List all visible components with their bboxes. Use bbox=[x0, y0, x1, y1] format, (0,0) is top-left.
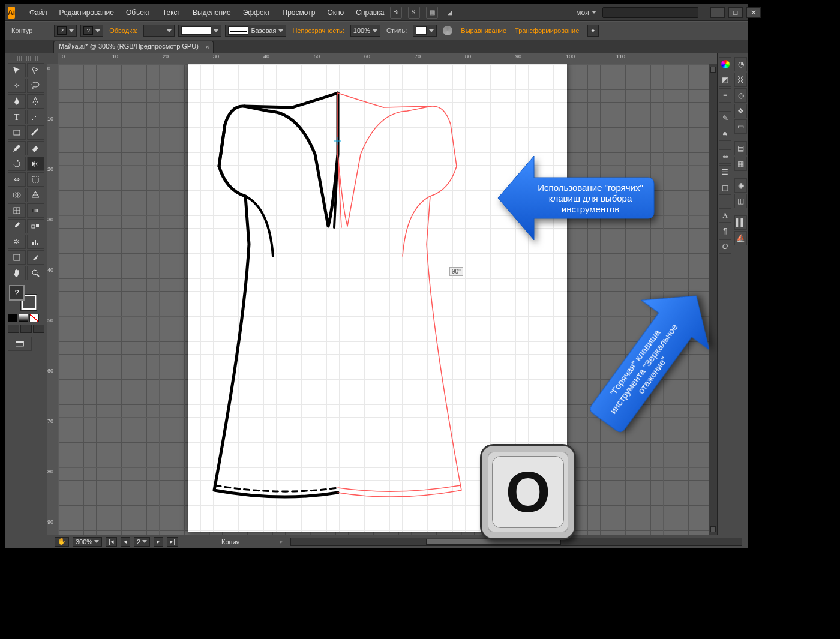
line-tool[interactable] bbox=[27, 110, 45, 124]
isolate-button[interactable]: ✦ bbox=[587, 25, 599, 37]
artboard-tool[interactable] bbox=[8, 250, 26, 265]
scrollbar-arrow-up[interactable] bbox=[710, 67, 716, 73]
screen-mode-button[interactable] bbox=[8, 337, 32, 351]
stroke-dropdown[interactable]: ? bbox=[80, 25, 103, 37]
stock-icon[interactable]: St bbox=[408, 7, 420, 19]
toolbox-grip[interactable] bbox=[14, 56, 38, 61]
pencil-tool[interactable] bbox=[8, 141, 26, 155]
close-tab-icon[interactable]: × bbox=[205, 43, 209, 50]
panel-navigator-icon[interactable]: ⛵ bbox=[734, 231, 747, 245]
rotate-tool[interactable] bbox=[8, 157, 26, 171]
bridge-icon[interactable]: Br bbox=[390, 7, 402, 19]
lasso-tool[interactable] bbox=[27, 79, 45, 93]
menu-select[interactable]: Выделение bbox=[187, 8, 237, 17]
panel-stroke-icon[interactable]: ≡ bbox=[719, 88, 731, 103]
panel-paragraph-icon[interactable]: ¶ bbox=[719, 224, 731, 238]
blend-tool[interactable] bbox=[27, 219, 45, 233]
canvas[interactable]: 90° bbox=[58, 64, 717, 535]
perspective-grid-tool[interactable] bbox=[27, 188, 45, 202]
align-link[interactable]: Выравнивание bbox=[458, 27, 509, 34]
mesh-tool[interactable] bbox=[8, 203, 26, 218]
color-mode-none[interactable] bbox=[29, 314, 39, 322]
artboard-number[interactable]: 2 bbox=[134, 537, 150, 547]
artboard-prev[interactable]: ◂ bbox=[121, 537, 130, 547]
ruler-horizontal[interactable]: 0 10 20 30 40 50 60 70 80 90 100 110 bbox=[58, 53, 717, 64]
panel-appearance-icon[interactable]: ◉ bbox=[734, 178, 747, 193]
panel-graphicstyles-icon[interactable]: ◫ bbox=[734, 194, 747, 208]
close-button[interactable]: ✕ bbox=[746, 7, 761, 18]
color-mode-solid[interactable] bbox=[8, 314, 17, 322]
hand-tool[interactable] bbox=[8, 266, 26, 280]
panel-layers-icon[interactable]: ❖ bbox=[734, 104, 747, 118]
panel-brushes-icon[interactable]: ✎ bbox=[719, 111, 731, 125]
menu-view[interactable]: Просмотр bbox=[277, 8, 322, 17]
arrange-icon[interactable]: ▦ bbox=[426, 7, 438, 19]
curvature-tool[interactable] bbox=[27, 94, 45, 109]
artboard-last[interactable]: ▸| bbox=[167, 537, 178, 547]
transform-link[interactable]: Трансформирование bbox=[512, 27, 581, 34]
width-tool[interactable]: ⇔ bbox=[8, 172, 26, 187]
paintbrush-tool[interactable] bbox=[27, 125, 45, 140]
panel-color-icon[interactable] bbox=[719, 57, 731, 71]
artboard-first[interactable]: |◂ bbox=[106, 537, 117, 547]
brush-dropdown[interactable]: Базовая bbox=[225, 25, 286, 37]
scrollbar-arrow-down[interactable] bbox=[710, 526, 716, 532]
varwidth-dropdown[interactable] bbox=[178, 25, 221, 37]
slice-tool[interactable] bbox=[27, 250, 45, 265]
direct-selection-tool[interactable] bbox=[27, 63, 45, 77]
fill-dropdown[interactable]: ? bbox=[54, 25, 77, 37]
panel-gradient-icon[interactable]: ▤ bbox=[734, 141, 747, 155]
minimize-button[interactable]: — bbox=[710, 7, 725, 18]
panel-transform-icon[interactable]: ⇔ bbox=[719, 149, 731, 164]
ruler-vertical[interactable]: 0 10 20 30 40 50 60 70 80 90 bbox=[47, 64, 58, 535]
panel-swatches-icon[interactable]: ◩ bbox=[719, 73, 731, 87]
panel-align-icon[interactable]: ☰ bbox=[719, 165, 731, 179]
shape-builder-tool[interactable] bbox=[8, 188, 26, 202]
menu-edit[interactable]: Редактирование bbox=[53, 8, 120, 17]
style-dropdown[interactable] bbox=[413, 25, 437, 37]
stroke-label[interactable]: Обводка: bbox=[107, 27, 140, 34]
panel-artboards-icon[interactable]: ▭ bbox=[734, 119, 747, 134]
gradient-tool[interactable] bbox=[27, 203, 45, 218]
column-graph-tool[interactable] bbox=[27, 235, 45, 249]
panel-links-icon[interactable]: ⛓ bbox=[734, 73, 747, 87]
search-input[interactable] bbox=[602, 7, 698, 18]
panel-pathfinder-icon[interactable]: ◫ bbox=[719, 181, 731, 195]
opacity-label[interactable]: Непрозрачность: bbox=[290, 27, 346, 34]
free-transform-tool[interactable] bbox=[27, 172, 45, 187]
scrollbar-vertical[interactable] bbox=[709, 64, 717, 535]
panel-colorguide-icon[interactable]: ◔ bbox=[734, 57, 747, 71]
strokewidth-dropdown[interactable] bbox=[143, 25, 175, 37]
reflect-tool[interactable] bbox=[27, 157, 45, 171]
menu-effect[interactable]: Эффект bbox=[237, 8, 277, 17]
menu-type[interactable]: Текст bbox=[157, 8, 187, 17]
eraser-tool[interactable] bbox=[27, 141, 45, 155]
panel-cc-icon[interactable]: ◎ bbox=[734, 88, 747, 103]
panel-transparency-icon[interactable]: ▦ bbox=[734, 157, 747, 171]
workspace-switcher[interactable]: моя bbox=[576, 8, 596, 17]
hand-status[interactable]: ✋ bbox=[55, 537, 69, 547]
draw-mode-behind[interactable] bbox=[20, 325, 32, 333]
document-tab[interactable]: Майка.ai* @ 300% (RGB/Предпросмотр GPU) … bbox=[53, 41, 214, 53]
fill-swatch[interactable]: ? bbox=[9, 285, 25, 301]
pen-tool[interactable] bbox=[8, 94, 26, 109]
maximize-button[interactable]: □ bbox=[728, 7, 743, 18]
panel-character-icon[interactable]: A bbox=[719, 208, 731, 223]
zoom-tool[interactable] bbox=[27, 266, 45, 280]
fill-stroke-control[interactable]: ? bbox=[8, 284, 38, 311]
menu-object[interactable]: Объект bbox=[120, 8, 157, 17]
draw-mode-inside[interactable] bbox=[33, 325, 44, 333]
recolor-button[interactable] bbox=[440, 25, 455, 37]
type-tool[interactable]: T bbox=[8, 110, 26, 124]
symbol-sprayer-tool[interactable]: ✲ bbox=[8, 235, 26, 249]
rectangle-tool[interactable] bbox=[8, 125, 26, 140]
menu-window[interactable]: Окно bbox=[321, 8, 350, 17]
panel-symbols-icon[interactable]: ♣ bbox=[719, 127, 731, 141]
panel-opentype-icon[interactable]: O bbox=[719, 239, 731, 254]
selection-tool[interactable] bbox=[8, 63, 26, 77]
color-mode-gradient[interactable] bbox=[19, 314, 28, 322]
draw-mode-normal[interactable] bbox=[8, 325, 19, 333]
opacity-dropdown[interactable]: 100% bbox=[350, 25, 380, 37]
panel-actions-icon[interactable]: ▌▌ bbox=[734, 215, 747, 230]
gpu-icon[interactable]: ◢ bbox=[444, 7, 456, 19]
